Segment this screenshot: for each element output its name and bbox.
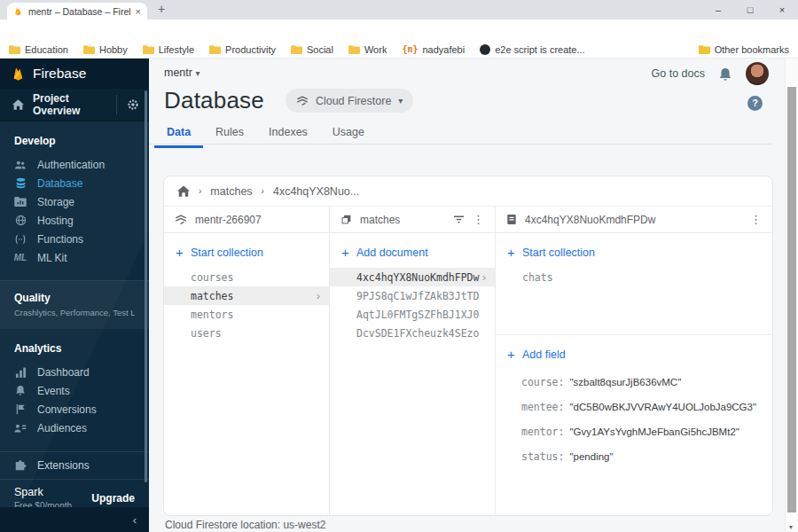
field-row-course[interactable]: course: "szbalt8qsurJjB636vMC" bbox=[496, 370, 772, 395]
document-menu-icon[interactable]: ⋮ bbox=[750, 213, 762, 226]
tab-close-icon[interactable]: × bbox=[136, 6, 141, 17]
chevron-right-icon: › bbox=[317, 289, 320, 302]
go-to-docs-link[interactable]: Go to docs bbox=[652, 67, 705, 80]
collection-row-matches[interactable]: matches › bbox=[164, 286, 329, 305]
page-title: Database bbox=[164, 87, 264, 114]
bookmark-folder-lifestyle[interactable]: Lifestyle bbox=[143, 44, 194, 55]
minimize-button[interactable]: – bbox=[702, 0, 734, 20]
browser-tab[interactable]: mentr – Database – Firebase con × bbox=[7, 3, 147, 20]
plus-icon: + bbox=[341, 245, 356, 260]
folder-icon bbox=[9, 45, 20, 54]
firebase-flame-icon bbox=[12, 66, 25, 82]
page-header: Database Cloud Firestore ▾ bbox=[164, 87, 413, 114]
bookmark-e2e-script[interactable]: e2e script is create... bbox=[480, 44, 585, 55]
flag-icon bbox=[14, 403, 27, 415]
document-row[interactable]: 9PJS8qC1wJfZAkB3JtTD bbox=[330, 286, 495, 305]
firebase-favicon-icon bbox=[13, 6, 23, 17]
subcollection-row-chats[interactable]: chats bbox=[496, 268, 772, 286]
caret-down-icon: ▾ bbox=[195, 68, 200, 78]
collection-icon bbox=[340, 214, 352, 225]
firestore-location-text: Cloud Firestore location: us-west2 bbox=[165, 519, 325, 531]
field-row-mentee[interactable]: mentee: "dC5B0wBKJVVRAwY4UOLJobJa9CG3" bbox=[496, 395, 772, 419]
plan-name: Spark bbox=[14, 486, 72, 498]
close-button[interactable]: × bbox=[766, 0, 798, 20]
main-content: mentr ▾ Go to docs Database Cloud Firest… bbox=[149, 59, 785, 532]
breadcrumb-matches[interactable]: matches bbox=[210, 185, 252, 198]
scrollbar-thumb[interactable] bbox=[787, 87, 796, 512]
collection-row-mentors[interactable]: mentors bbox=[164, 305, 329, 324]
bookmark-folder-hobby[interactable]: Hobby bbox=[83, 44, 128, 55]
sidebar-item-database[interactable]: Database bbox=[0, 174, 149, 192]
firestore-root-column: mentr-266907 + Start collection courses … bbox=[164, 207, 330, 515]
bookmark-folder-education[interactable]: Education bbox=[9, 44, 68, 55]
sidebar-scrollbar[interactable] bbox=[145, 90, 147, 482]
person-list-icon bbox=[14, 423, 27, 434]
bookmark-nadyafebi[interactable]: {n} nadyafebi bbox=[402, 44, 465, 55]
chevron-right-icon: › bbox=[482, 270, 486, 284]
document-row[interactable]: DcvSDE1FXcheuzk4SEzo bbox=[330, 324, 495, 342]
collapse-chevron-icon[interactable]: ‹ bbox=[133, 513, 137, 527]
add-document-button[interactable]: + Add document bbox=[330, 233, 495, 268]
breadcrumb-document[interactable]: 4xc4hqYX8Nuo... bbox=[273, 185, 359, 198]
bookmark-folder-work[interactable]: Work bbox=[348, 44, 387, 55]
notifications-bell-icon[interactable] bbox=[718, 66, 732, 82]
sidebar-item-audiences[interactable]: Audiences bbox=[0, 419, 149, 437]
maximize-button[interactable]: □ bbox=[734, 0, 766, 20]
document-row-selected[interactable]: 4xc4hqYX8NuoKmdhFPDw › bbox=[330, 268, 495, 286]
firebase-logo[interactable]: Firebase bbox=[0, 59, 149, 89]
sidebar-item-storage[interactable]: Storage bbox=[0, 192, 149, 211]
sidebar-item-conversions[interactable]: Conversions bbox=[0, 400, 149, 419]
sidebar-item-events[interactable]: Events bbox=[0, 381, 149, 400]
sidebar-item-ml-kit[interactable]: ML ML Kit bbox=[0, 248, 149, 267]
collection-row-courses[interactable]: courses bbox=[164, 268, 329, 286]
sidebar-item-authentication[interactable]: Authentication bbox=[0, 155, 149, 174]
page-scrollbar[interactable]: ▾ bbox=[785, 59, 798, 532]
sidebar-item-project-overview[interactable]: Project Overview bbox=[0, 89, 149, 121]
start-collection-button[interactable]: + Start collection bbox=[164, 233, 329, 268]
user-avatar[interactable] bbox=[746, 62, 769, 85]
npm-tag-icon: {n} bbox=[402, 44, 418, 54]
folder-icon bbox=[143, 45, 154, 54]
folder-icon bbox=[291, 45, 302, 54]
service-selector-pill[interactable]: Cloud Firestore ▾ bbox=[286, 89, 413, 113]
collection-row-users[interactable]: users bbox=[164, 324, 329, 342]
filter-icon[interactable] bbox=[453, 215, 465, 224]
folder-icon bbox=[348, 45, 360, 54]
browser-address-bar: console.firebase.google.com/u/0/project/… bbox=[0, 20, 798, 41]
sidebar-item-extensions[interactable]: Extensions bbox=[0, 451, 149, 479]
breadcrumb-home-icon[interactable] bbox=[177, 185, 190, 197]
project-switcher[interactable]: mentr ▾ bbox=[164, 66, 200, 79]
bookmark-folder-productivity[interactable]: Productivity bbox=[209, 44, 276, 55]
collection-title: matches bbox=[360, 214, 445, 226]
add-field-button[interactable]: + Add field bbox=[496, 335, 772, 370]
scrollbar-down-arrow-icon[interactable]: ▾ bbox=[789, 523, 793, 531]
new-tab-button[interactable]: + bbox=[158, 2, 165, 16]
field-row-status[interactable]: status: "pending" bbox=[496, 444, 772, 469]
folder-icon bbox=[83, 45, 95, 54]
other-bookmarks[interactable]: Other bookmarks bbox=[699, 44, 789, 55]
document-row[interactable]: AqtJL0FMTgSZFhBJ1XJ0 bbox=[330, 305, 495, 324]
sidebar-item-functions[interactable]: Functions bbox=[0, 230, 149, 248]
field-row-mentor[interactable]: mentor: "Gvy1AYsYvghMJeFbanGi5hcJBMt2" bbox=[496, 419, 772, 444]
firebase-sidebar: Firebase Project Overview Develop Authen… bbox=[0, 59, 149, 532]
breadcrumb-separator: › bbox=[199, 186, 201, 196]
caret-down-icon: ▾ bbox=[398, 96, 403, 106]
firestore-collection-column: matches ⋮ + Add document 4xc4hqYX8NuoKmd… bbox=[330, 207, 496, 515]
plus-icon: + bbox=[507, 245, 522, 260]
document-title: 4xc4hqYX8NuoKmdhFPDw bbox=[525, 214, 742, 226]
sidebar-item-dashboard[interactable]: Dashboard bbox=[0, 363, 149, 381]
upgrade-button[interactable]: Upgrade bbox=[91, 492, 135, 505]
folder-chart-icon bbox=[14, 197, 27, 207]
sidebar-collapse-row: ‹ bbox=[0, 507, 149, 532]
puzzle-icon bbox=[14, 459, 27, 472]
functions-icon bbox=[14, 234, 27, 245]
start-subcollection-button[interactable]: + Start collection bbox=[496, 233, 772, 268]
ml-kit-icon: ML bbox=[14, 253, 27, 262]
collection-menu-icon[interactable]: ⋮ bbox=[473, 213, 484, 226]
sidebar-item-hosting[interactable]: Hosting bbox=[0, 211, 149, 230]
window-controls: – □ × bbox=[702, 0, 798, 20]
bookmark-folder-social[interactable]: Social bbox=[291, 44, 333, 55]
sidebar-section-quality[interactable]: Quality Crashlytics, Performance, Test L… bbox=[0, 280, 149, 329]
firestore-icon bbox=[296, 95, 309, 107]
help-button[interactable]: ? bbox=[747, 96, 763, 111]
